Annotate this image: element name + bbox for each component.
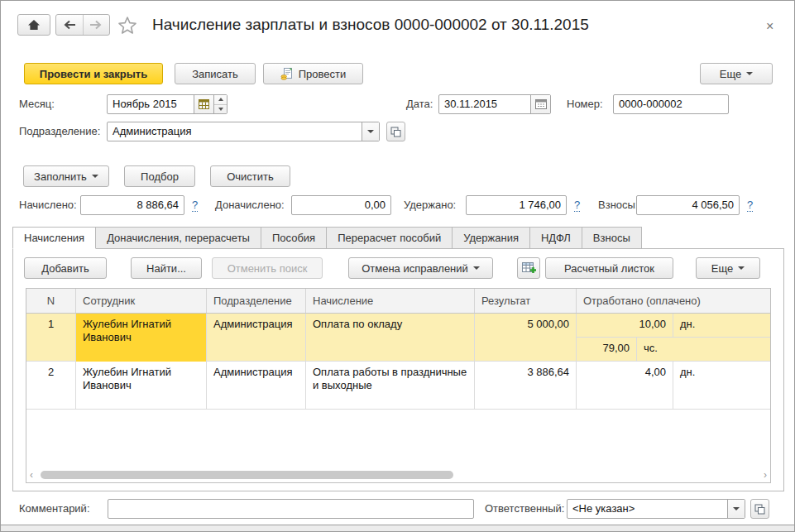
open-window-icon <box>390 127 401 137</box>
cell-worked-days-unit[interactable]: дн. <box>673 362 770 410</box>
tab-contributions[interactable]: Взносы <box>582 227 642 249</box>
spinner-up-button[interactable] <box>214 95 227 105</box>
cell-worked-days-unit[interactable]: дн. <box>673 314 770 338</box>
post-button[interactable]: Провести <box>263 63 363 84</box>
write-button[interactable]: Записать <box>175 63 256 84</box>
fill-button[interactable]: Заполнить <box>23 165 109 187</box>
responsible-input[interactable]: <Не указан> <box>568 500 727 518</box>
department-dropdown-button[interactable] <box>362 122 379 141</box>
month-picker-button[interactable] <box>194 95 213 113</box>
spinner-up-icon <box>218 98 223 101</box>
tab-deductions[interactable]: Удержания <box>452 227 530 249</box>
date-input[interactable]: 30.11.2015 <box>439 95 530 113</box>
spinner-down-button[interactable] <box>214 105 227 114</box>
cell-department[interactable]: Администрация <box>207 314 306 362</box>
date-label: Дата: <box>406 94 433 114</box>
contributions-label: Взносы: <box>598 195 639 215</box>
scroll-right-icon[interactable]: › <box>764 469 767 481</box>
number-label: Номер: <box>567 94 603 114</box>
cell-result[interactable]: 3 886,64 <box>475 362 577 410</box>
table-row[interactable]: 1 Жулебин Игнатий Иванович Администрация… <box>26 314 770 362</box>
pick-button[interactable]: Подбор <box>124 165 195 187</box>
chevron-down-icon <box>738 266 745 270</box>
fill-label: Заполнить <box>34 170 87 183</box>
accruals-table: N Сотрудник Подразделение Начисление Рез… <box>26 288 771 483</box>
chevron-down-icon <box>746 72 753 75</box>
forward-arrow-icon <box>89 20 103 30</box>
col-header-department[interactable]: Подразделение <box>207 289 306 313</box>
department-combo: Администрация <box>107 122 380 141</box>
withheld-help-link[interactable]: ? <box>574 195 580 215</box>
tab-additional-accruals[interactable]: Доначисления, перерасчеты <box>95 227 261 249</box>
responsible-combo: <Не указан> <box>567 499 745 519</box>
tab-accruals[interactable]: Начисления <box>12 227 96 249</box>
find-button[interactable]: Найти... <box>131 257 202 279</box>
responsible-label: Ответственный: <box>485 499 564 519</box>
table-settings-button[interactable] <box>517 257 540 279</box>
tab-ndfl[interactable]: НДФЛ <box>529 227 582 249</box>
comment-label: Комментарий: <box>19 499 90 519</box>
post-and-close-button[interactable]: Провести и закрыть <box>24 63 163 84</box>
add-row-button[interactable]: Добавить <box>24 257 107 279</box>
cell-worked-hours-unit[interactable]: чс. <box>637 338 770 362</box>
find-label: Найти... <box>146 262 186 275</box>
chevron-down-icon <box>367 130 374 133</box>
date-picker-button[interactable] <box>530 95 550 113</box>
accrued-label: Начислено: <box>19 195 77 215</box>
responsible-dropdown-button[interactable] <box>727 500 745 518</box>
contributions-help-link[interactable]: ? <box>747 195 753 215</box>
home-button[interactable] <box>17 14 50 36</box>
scroll-left-icon[interactable]: ‹ <box>30 469 33 481</box>
tab-benefits[interactable]: Пособия <box>261 227 327 249</box>
payslip-button[interactable]: Расчетный листок <box>545 257 673 279</box>
responsible-open-button[interactable] <box>750 499 769 519</box>
number-input[interactable]: 0000-000002 <box>613 94 729 114</box>
accrued-input[interactable]: 8 886,64 <box>80 195 184 215</box>
month-spinner[interactable] <box>213 95 227 113</box>
cell-accrual[interactable]: Оплата по окладу <box>306 314 475 362</box>
more-button-grid[interactable]: Еще <box>696 257 760 279</box>
open-window-icon <box>754 504 765 515</box>
horizontal-scrollbar[interactable]: ‹ › <box>27 468 769 482</box>
col-header-employee[interactable]: Сотрудник <box>76 289 207 313</box>
accrued-help-link[interactable]: ? <box>192 195 198 215</box>
cancel-search-button: Отменить поиск <box>212 257 323 279</box>
col-header-worked[interactable]: Отработано (оплачено) <box>577 289 770 313</box>
cell-department[interactable]: Администрация <box>207 362 306 410</box>
back-button[interactable] <box>56 15 83 35</box>
cell-n[interactable]: 1 <box>26 314 76 362</box>
withheld-input[interactable]: 1 746,00 <box>466 195 567 215</box>
month-input[interactable]: Ноябрь 2015 <box>108 95 194 113</box>
col-header-result[interactable]: Результат <box>475 289 577 313</box>
more-button-top[interactable]: Еще <box>700 63 773 84</box>
clear-button[interactable]: Очистить <box>210 165 290 187</box>
payslip-label: Расчетный листок <box>564 262 654 275</box>
cell-result[interactable]: 5 000,00 <box>475 314 577 362</box>
cell-n[interactable]: 2 <box>26 362 76 410</box>
comment-input[interactable] <box>108 499 474 519</box>
close-button[interactable]: × <box>766 19 773 34</box>
department-open-button[interactable] <box>386 122 405 141</box>
cell-employee[interactable]: Жулебин Игнатий Иванович <box>76 362 207 410</box>
cell-worked-days-value[interactable]: 4,00 <box>577 362 673 410</box>
additional-label: Доначислено: <box>215 195 285 215</box>
undo-corrections-button[interactable]: Отмена исправлений <box>348 257 493 279</box>
cell-accrual[interactable]: Оплата работы в праздничные и выходные <box>306 362 475 410</box>
post-and-close-label: Провести и закрыть <box>40 68 147 80</box>
history-nav-group <box>55 14 110 36</box>
date-field-group: 30.11.2015 <box>438 94 551 114</box>
favorite-star-button[interactable] <box>117 16 137 37</box>
additional-input[interactable]: 0,00 <box>291 195 391 215</box>
col-header-accrual[interactable]: Начисление <box>306 289 475 313</box>
cell-worked-days-value[interactable]: 10,00 <box>577 314 673 338</box>
tab-benefits-recalc[interactable]: Перерасчет пособий <box>326 227 453 249</box>
department-input[interactable]: Администрация <box>108 122 362 141</box>
window-bottom-strip <box>1 525 794 531</box>
table-row[interactable]: 2 Жулебин Игнатий Иванович Администрация… <box>26 362 770 410</box>
cell-employee-current[interactable]: Жулебин Игнатий Иванович <box>76 314 207 362</box>
scrollbar-thumb[interactable] <box>41 471 453 479</box>
cell-worked-hours-value[interactable]: 79,00 <box>577 338 637 362</box>
forward-button[interactable] <box>84 15 110 35</box>
contributions-input[interactable]: 4 056,50 <box>636 195 740 215</box>
col-header-n[interactable]: N <box>26 289 76 313</box>
